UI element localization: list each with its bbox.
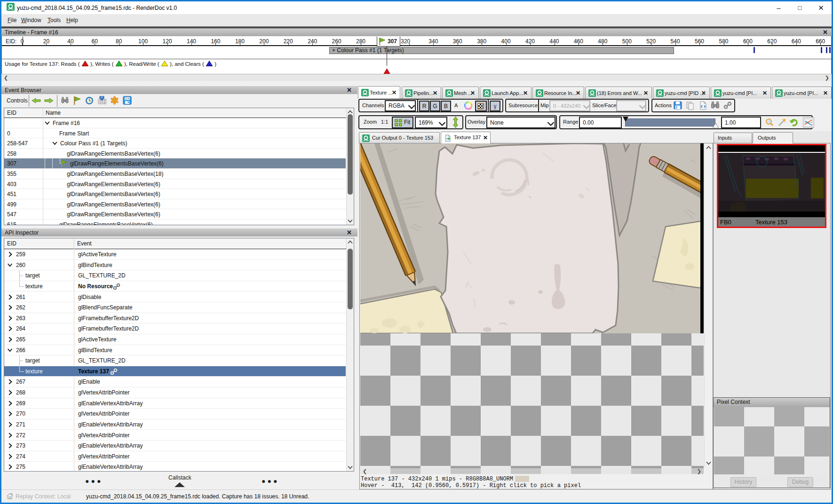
- svg-text:FB0: FB0: [720, 219, 731, 226]
- svg-text:Texture 153: Texture 153: [755, 219, 787, 226]
